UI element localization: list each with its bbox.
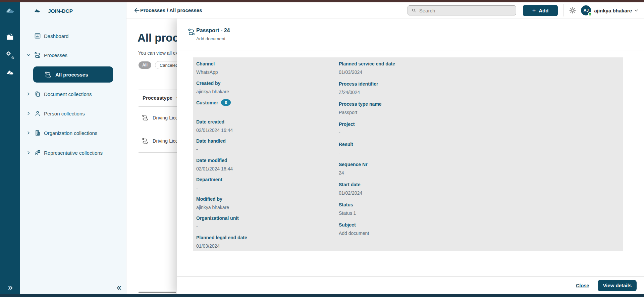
building-icon: [34, 130, 41, 136]
panel-footer: Close View details: [177, 276, 644, 294]
app-window: » JOIN-DCP Dashboard Processes All proce…: [0, 0, 644, 297]
field-planned-service-end-date: Planned service end date 01/03/2024: [339, 61, 623, 81]
field-channel: Channel WhatsApp: [196, 61, 339, 80]
table-row-label: Driving Lice: [153, 115, 178, 120]
sidebar-item-dashboard[interactable]: Dashboard: [20, 30, 126, 42]
rail-expand-button[interactable]: »: [0, 283, 20, 292]
table-header-divider: [139, 106, 182, 107]
search-input[interactable]: [419, 8, 513, 13]
page-subtitle: You can view all ex: [138, 50, 178, 56]
chevron-down-icon[interactable]: [26, 53, 31, 57]
field-customer: Customer 0: [196, 99, 339, 119]
field-label: Sequence Nr: [339, 161, 623, 167]
horizontal-scrollbar[interactable]: [139, 292, 176, 293]
field-process-identifier: Process identifier Z/24/0024: [339, 81, 623, 101]
icon-rail: »: [0, 2, 20, 294]
sidebar-item-label: Dashboard: [44, 33, 68, 39]
page-title: All proc: [138, 32, 179, 44]
brand-row: JOIN-DCP: [20, 2, 126, 20]
window-top-strip: [0, 0, 644, 2]
chevron-right-icon[interactable]: [26, 131, 31, 135]
field-label: Department: [196, 177, 339, 183]
sidebar-item-representative-collections[interactable]: Representative collections: [20, 147, 126, 159]
back-arrow-icon[interactable]: [133, 7, 140, 14]
field-modified-by: Modified by ajinkya bhakare: [196, 196, 339, 215]
sidebar-item-processes[interactable]: Processes: [20, 49, 126, 61]
top-header: Processes / All processes + Add AJ ajink…: [126, 2, 644, 18]
field-label: Date created: [196, 119, 339, 125]
rail-logo-cell[interactable]: [0, 2, 20, 20]
settings-gears-icon[interactable]: [6, 51, 14, 59]
row-divider: [139, 152, 182, 153]
field-value: 02/01/2024 16:44: [196, 127, 339, 133]
chevron-right-icon[interactable]: [26, 92, 31, 96]
field-label: Date modified: [196, 157, 339, 163]
sidebar-item-label: Processes: [44, 52, 67, 58]
sidebar-item-label: All processes: [55, 72, 88, 78]
avatar[interactable]: AJ: [581, 5, 591, 15]
dashboard-icon: [34, 33, 41, 39]
panel-title: Passport - 24: [196, 28, 230, 34]
field-label: Modified by: [196, 196, 339, 202]
field-value: Add document: [339, 230, 623, 236]
process-detail-panel: Passport - 24 Add document Channel Whats…: [177, 18, 644, 294]
field-label: Channel: [196, 61, 339, 67]
user-name[interactable]: ajinkya bhakare: [594, 8, 632, 13]
sidebar-item-label: Person collections: [44, 111, 85, 116]
chevron-down-icon[interactable]: [634, 8, 639, 13]
sidebar-item-person-collections[interactable]: Person collections: [20, 107, 126, 119]
search-box[interactable]: [408, 5, 516, 15]
workspace-folder-icon[interactable]: [6, 33, 14, 42]
field-created-by: Created by ajinkya bhakare: [196, 80, 339, 100]
breadcrumb: Processes / All processes: [140, 2, 202, 18]
documents-icon: [34, 91, 41, 97]
field-sequence-nr: Sequence Nr 24: [339, 161, 623, 182]
process-icon: [34, 52, 41, 58]
column-header-label: Processtype: [143, 95, 172, 101]
customer-count-badge[interactable]: 0: [221, 99, 231, 106]
brand-mark-icon[interactable]: [6, 68, 14, 77]
table-row-label: Driving Lice: [153, 138, 178, 144]
field-value: ajinkya bhakare: [196, 89, 339, 95]
close-button[interactable]: Close: [576, 283, 589, 288]
app-title: JOIN-DCP: [48, 8, 73, 14]
field-project: Project -: [339, 121, 623, 141]
chevron-right-icon[interactable]: [26, 150, 31, 155]
search-icon: [411, 8, 417, 13]
sidebar-item-document-collections[interactable]: Document collections: [20, 88, 126, 100]
field-value: -: [196, 185, 339, 191]
field-value: -: [196, 146, 339, 152]
gear-icon[interactable]: [568, 6, 577, 15]
table-row[interactable]: Driving Lice: [142, 138, 178, 144]
field-subject: Subject Add document: [339, 222, 623, 242]
view-details-button[interactable]: View details: [598, 280, 637, 291]
sidebar-item-all-processes[interactable]: All processes: [33, 66, 113, 83]
sidebar-collapse-button[interactable]: «: [117, 283, 121, 292]
sidebar-item-organization-collections[interactable]: Organization collections: [20, 127, 126, 139]
header-divider: [563, 4, 564, 16]
field-department: Department -: [196, 177, 339, 196]
field-label: Organizational unit: [196, 215, 339, 221]
field-label: Created by: [196, 80, 339, 86]
table-row[interactable]: Driving Lice: [142, 114, 178, 121]
process-icon: [45, 71, 51, 78]
add-button[interactable]: + Add: [523, 5, 558, 16]
field-date-handled: Date handled -: [196, 138, 339, 157]
field-date-created: Date created 02/01/2024 16:44: [196, 119, 339, 138]
column-header-processtype[interactable]: Processtype↑: [143, 95, 178, 101]
chevron-right-icon[interactable]: [26, 111, 31, 116]
person-icon: [34, 110, 41, 117]
sidebar-item-label: Organization collections: [44, 130, 97, 136]
avatar-initials: AJ: [584, 8, 589, 13]
process-icon: [188, 28, 195, 36]
field-label: Subject: [339, 222, 623, 228]
representative-icon: [34, 149, 41, 156]
field-value: -: [339, 130, 623, 136]
field-result: Result -: [339, 141, 623, 161]
field-value: 01/03/2024: [196, 243, 339, 249]
field-value: 01/02/2024: [339, 190, 623, 196]
process-icon: [142, 138, 148, 144]
filter-chip-all[interactable]: All: [139, 61, 151, 69]
process-fields-box: Channel WhatsApp Created by ajinkya bhak…: [193, 57, 623, 251]
online-status-badge: [588, 12, 592, 16]
